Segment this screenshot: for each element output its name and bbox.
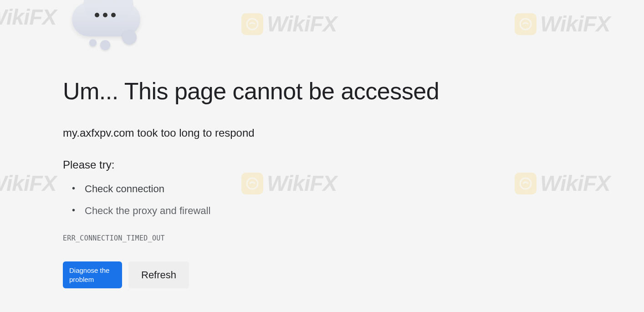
suggestions-list: Check connection Check the proxy and fir… — [77, 183, 644, 217]
error-page-content: Um... This page cannot be accessed my.ax… — [0, 0, 644, 288]
suggestion-item: Check connection — [77, 183, 644, 195]
button-row: Diagnose the problem Refresh — [63, 261, 644, 288]
try-label: Please try: — [63, 159, 644, 171]
error-heading: Um... This page cannot be accessed — [63, 77, 644, 105]
error-code: ERR_CONNECTION_TIMED_OUT — [63, 234, 644, 242]
sad-cloud-icon — [72, 0, 149, 55]
refresh-button[interactable]: Refresh — [128, 261, 189, 288]
error-subtext: my.axfxpv.com took too long to respond — [63, 127, 644, 139]
diagnose-button[interactable]: Diagnose the problem — [63, 261, 122, 288]
suggestion-item[interactable]: Check the proxy and firewall — [77, 205, 644, 217]
